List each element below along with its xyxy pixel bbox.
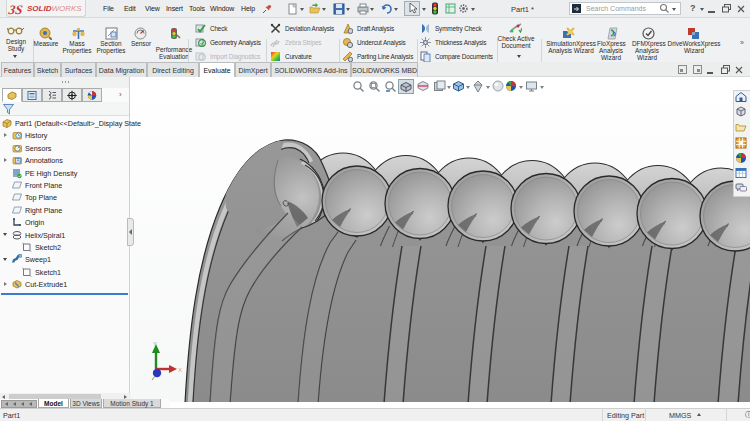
svg-text:A: A xyxy=(17,159,20,164)
svg-text:X: X xyxy=(178,367,182,373)
svg-text:Y: Y xyxy=(153,341,157,347)
